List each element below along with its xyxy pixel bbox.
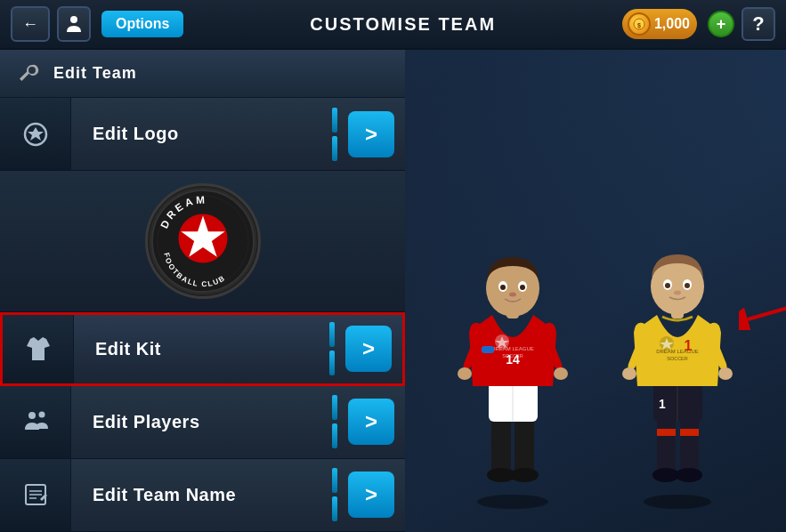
player-icon (64, 14, 84, 34)
svg-text:1: 1 (659, 397, 666, 411)
edit-logo-icon (0, 98, 71, 170)
svg-rect-46 (680, 429, 699, 436)
svg-point-31 (554, 367, 568, 380)
divider-lines-kit (324, 322, 340, 375)
svg-text:$: $ (637, 22, 641, 29)
svg-text:SOCCER: SOCCER (502, 353, 523, 359)
svg-rect-43 (657, 413, 676, 475)
svg-point-30 (458, 367, 472, 380)
top-bar: ← Options CUSTOMISE TEAM $ 1,000 + ? (0, 0, 786, 50)
edit-logo-label: Edit Logo (71, 124, 327, 144)
edit-logo-item[interactable]: Edit Logo > (0, 98, 405, 171)
page-title: CUSTOMISE TEAM (310, 14, 496, 35)
svg-point-0 (70, 16, 77, 23)
divider-lines-players (327, 395, 343, 448)
svg-point-37 (520, 285, 525, 290)
help-button[interactable]: ? (741, 7, 775, 41)
add-coins-button[interactable]: + (708, 11, 734, 37)
svg-text:SOCCER: SOCCER (667, 356, 688, 361)
svg-line-19 (748, 290, 786, 319)
edit-kit-arrow[interactable]: > (345, 326, 392, 372)
section-title: Edit Team (53, 64, 137, 83)
svg-rect-21 (491, 413, 511, 475)
edit-team-name-item[interactable]: Edit Team Name > (0, 459, 405, 532)
logo-display: DREAM FOOTBALL CLUB (0, 171, 405, 312)
divider-lines-teamname (327, 468, 343, 521)
svg-point-13 (38, 412, 45, 418)
edit-team-name-arrow[interactable]: > (348, 472, 394, 518)
player-goalkeeper: 1 DREAM LEAGUE SOCCER (609, 208, 747, 511)
svg-point-62 (674, 291, 681, 295)
edit-players-icon (0, 386, 71, 458)
edit-team-name-label: Edit Team Name (71, 485, 327, 505)
player-outfield: 14 DREAM LEAGUE SOCCER (444, 208, 582, 511)
right-controls: $ 1,000 + ? (622, 7, 775, 41)
right-panel: 14 DREAM LEAGUE SOCCER (405, 50, 786, 532)
left-controls: ← Options (11, 6, 183, 42)
section-header: Edit Team (0, 50, 405, 98)
wrench-icon (14, 60, 43, 88)
player-goalkeeper-svg: 1 DREAM LEAGUE SOCCER (609, 208, 747, 511)
team-logo-svg: DREAM FOOTBALL CLUB (148, 185, 258, 297)
svg-point-54 (622, 367, 636, 380)
svg-rect-41 (482, 346, 494, 353)
options-button[interactable]: Options (101, 11, 183, 37)
svg-point-24 (510, 468, 539, 482)
svg-point-55 (718, 367, 733, 380)
left-panel: Edit Team Edit Logo > (0, 50, 405, 532)
edit-kit-label: Edit Kit (74, 339, 324, 359)
svg-marker-4 (28, 127, 44, 141)
player-outfield-svg: 14 DREAM LEAGUE SOCCER (444, 208, 582, 511)
svg-point-60 (665, 283, 670, 288)
edit-players-label: Edit Players (71, 412, 327, 432)
svg-point-38 (509, 293, 516, 297)
svg-text:DREAM LEAGUE: DREAM LEAGUE (656, 349, 699, 354)
edit-players-arrow[interactable]: > (348, 399, 394, 445)
player-icon-btn (57, 6, 91, 42)
edit-kit-icon (3, 315, 74, 383)
svg-point-47 (652, 468, 679, 482)
edit-team-name-icon (0, 459, 71, 531)
edit-players-item[interactable]: Edit Players > (0, 386, 405, 459)
divider-lines (327, 108, 343, 161)
svg-point-20 (477, 495, 548, 509)
back-icon: ← (22, 15, 38, 34)
edit-kit-item[interactable]: Edit Kit > (0, 312, 405, 386)
coin-amount: 1,000 (654, 16, 690, 32)
back-button[interactable]: ← (11, 6, 50, 42)
svg-point-12 (28, 412, 36, 419)
svg-rect-44 (680, 413, 699, 475)
svg-point-36 (500, 285, 506, 290)
svg-point-42 (644, 495, 711, 509)
svg-text:1: 1 (685, 338, 693, 353)
main-content: Edit Team Edit Logo > (0, 50, 786, 532)
coin-icon: $ (628, 12, 651, 36)
svg-point-61 (685, 283, 690, 288)
coins-display: $ 1,000 (622, 9, 697, 39)
options-label: Options (116, 16, 169, 32)
edit-logo-arrow[interactable]: > (348, 111, 394, 157)
svg-rect-45 (657, 429, 676, 436)
svg-rect-22 (515, 413, 534, 475)
svg-point-48 (676, 468, 702, 482)
team-logo: DREAM FOOTBALL CLUB (145, 183, 261, 299)
